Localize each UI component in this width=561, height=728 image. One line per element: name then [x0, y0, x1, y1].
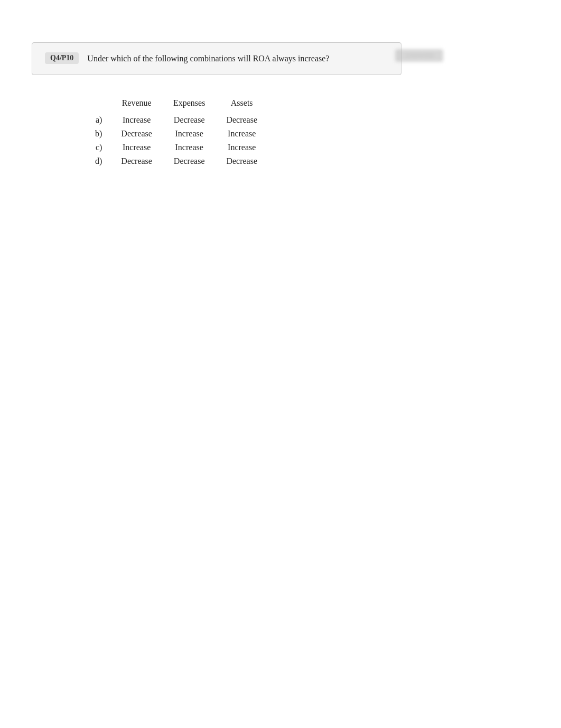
table-row: d) Decrease Decrease Decrease — [85, 154, 268, 168]
header-revenue: Revenue — [110, 96, 163, 113]
row-b-revenue: Decrease — [110, 127, 163, 141]
page-container: Q4/P10 Under which of the following comb… — [0, 0, 561, 210]
row-label-b: b) — [85, 127, 110, 141]
table-row: b) Decrease Increase Increase — [85, 127, 268, 141]
row-label-d: d) — [85, 154, 110, 168]
question-box: Q4/P10 Under which of the following comb… — [32, 42, 401, 75]
header-assets: Assets — [216, 96, 268, 113]
row-label-a: a) — [85, 113, 110, 127]
question-label: Q4/P10 — [45, 52, 79, 64]
row-a-expenses: Decrease — [163, 113, 216, 127]
row-a-revenue: Increase — [110, 113, 163, 127]
row-d-revenue: Decrease — [110, 154, 163, 168]
header-expenses: Expenses — [163, 96, 216, 113]
question-text: Under which of the following combination… — [87, 52, 329, 65]
row-b-assets: Increase — [216, 127, 268, 141]
row-c-revenue: Increase — [110, 141, 163, 154]
answer-badge: ANSWER — [395, 49, 443, 62]
table-header-row: Revenue Expenses Assets — [85, 96, 268, 113]
row-d-expenses: Decrease — [163, 154, 216, 168]
table-area: Revenue Expenses Assets a) Increase Decr… — [85, 96, 529, 168]
row-c-assets: Increase — [216, 141, 268, 154]
row-label-c: c) — [85, 141, 110, 154]
row-b-expenses: Increase — [163, 127, 216, 141]
answer-table: Revenue Expenses Assets a) Increase Decr… — [85, 96, 268, 168]
table-row: a) Increase Decrease Decrease — [85, 113, 268, 127]
header-empty — [85, 96, 110, 113]
row-c-expenses: Increase — [163, 141, 216, 154]
table-row: c) Increase Increase Increase — [85, 141, 268, 154]
row-a-assets: Decrease — [216, 113, 268, 127]
row-d-assets: Decrease — [216, 154, 268, 168]
